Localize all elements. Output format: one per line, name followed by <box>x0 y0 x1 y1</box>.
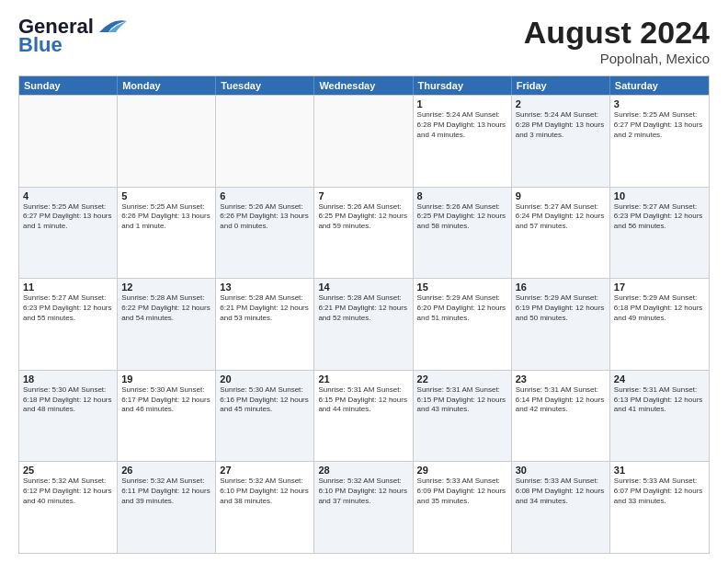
cal-cell-0-1 <box>118 96 216 187</box>
cal-header-friday: Friday <box>512 76 610 95</box>
cell-info: Sunrise: 5:31 AM Sunset: 6:15 PM Dayligh… <box>318 385 408 415</box>
cell-info: Sunrise: 5:30 AM Sunset: 6:17 PM Dayligh… <box>121 385 211 415</box>
cal-cell-1-0: 4Sunrise: 5:25 AM Sunset: 6:27 PM Daylig… <box>19 188 118 279</box>
cal-cell-0-4: 1Sunrise: 5:24 AM Sunset: 6:28 PM Daylig… <box>414 96 512 187</box>
cell-info: Sunrise: 5:32 AM Sunset: 6:12 PM Dayligh… <box>23 477 113 506</box>
cal-cell-0-6: 3Sunrise: 5:25 AM Sunset: 6:27 PM Daylig… <box>610 96 709 187</box>
cal-cell-2-6: 17Sunrise: 5:29 AM Sunset: 6:18 PM Dayli… <box>610 279 709 370</box>
day-number: 28 <box>318 465 408 476</box>
cal-cell-0-2 <box>216 96 314 187</box>
cal-cell-4-4: 29Sunrise: 5:33 AM Sunset: 6:09 PM Dayli… <box>414 462 512 553</box>
day-number: 3 <box>614 98 705 109</box>
cell-info: Sunrise: 5:33 AM Sunset: 6:08 PM Dayligh… <box>516 477 606 506</box>
day-number: 12 <box>121 282 211 293</box>
cal-header-wednesday: Wednesday <box>314 76 413 95</box>
logo-blue-text: Blue <box>18 33 63 57</box>
cell-info: Sunrise: 5:30 AM Sunset: 6:16 PM Dayligh… <box>220 385 310 415</box>
title-block: August 2024 Popolnah, Mexico <box>524 15 710 66</box>
cell-info: Sunrise: 5:27 AM Sunset: 6:23 PM Dayligh… <box>23 293 113 323</box>
cal-cell-3-5: 23Sunrise: 5:31 AM Sunset: 6:14 PM Dayli… <box>512 371 610 462</box>
cal-cell-4-6: 31Sunrise: 5:33 AM Sunset: 6:07 PM Dayli… <box>610 462 709 553</box>
cal-cell-4-5: 30Sunrise: 5:33 AM Sunset: 6:08 PM Dayli… <box>512 462 610 553</box>
cal-cell-2-2: 13Sunrise: 5:28 AM Sunset: 6:21 PM Dayli… <box>216 279 314 370</box>
page: General Blue August 2024 Popolnah, Mexic… <box>0 0 728 563</box>
cell-info: Sunrise: 5:28 AM Sunset: 6:21 PM Dayligh… <box>220 293 310 323</box>
day-number: 13 <box>220 282 310 293</box>
day-number: 30 <box>516 465 606 476</box>
day-number: 25 <box>23 465 113 476</box>
day-number: 16 <box>516 282 606 293</box>
cell-info: Sunrise: 5:31 AM Sunset: 6:15 PM Dayligh… <box>417 385 507 415</box>
cell-info: Sunrise: 5:28 AM Sunset: 6:22 PM Dayligh… <box>121 293 211 323</box>
cal-cell-4-0: 25Sunrise: 5:32 AM Sunset: 6:12 PM Dayli… <box>19 462 118 553</box>
day-number: 20 <box>220 373 310 385</box>
day-number: 18 <box>23 373 113 385</box>
logo-wing-icon <box>96 16 129 36</box>
day-number: 11 <box>23 282 113 293</box>
cal-cell-1-1: 5Sunrise: 5:25 AM Sunset: 6:26 PM Daylig… <box>118 188 216 279</box>
cell-info: Sunrise: 5:27 AM Sunset: 6:24 PM Dayligh… <box>516 202 606 232</box>
day-number: 24 <box>614 373 705 385</box>
cell-info: Sunrise: 5:30 AM Sunset: 6:18 PM Dayligh… <box>23 385 113 415</box>
cal-cell-3-2: 20Sunrise: 5:30 AM Sunset: 6:16 PM Dayli… <box>216 371 314 462</box>
cal-cell-3-0: 18Sunrise: 5:30 AM Sunset: 6:18 PM Dayli… <box>19 371 118 462</box>
logo: General Blue <box>18 15 129 57</box>
cal-cell-1-5: 9Sunrise: 5:27 AM Sunset: 6:24 PM Daylig… <box>512 188 610 279</box>
day-number: 23 <box>516 373 606 385</box>
cal-row-2: 11Sunrise: 5:27 AM Sunset: 6:23 PM Dayli… <box>19 278 709 370</box>
location: Popolnah, Mexico <box>524 51 710 66</box>
cell-info: Sunrise: 5:31 AM Sunset: 6:14 PM Dayligh… <box>516 385 606 415</box>
cell-info: Sunrise: 5:24 AM Sunset: 6:28 PM Dayligh… <box>417 110 507 140</box>
cell-info: Sunrise: 5:25 AM Sunset: 6:27 PM Dayligh… <box>23 202 113 232</box>
cal-cell-0-0 <box>19 96 118 187</box>
cell-info: Sunrise: 5:29 AM Sunset: 6:20 PM Dayligh… <box>417 293 507 323</box>
cell-info: Sunrise: 5:26 AM Sunset: 6:25 PM Dayligh… <box>318 202 408 232</box>
cal-cell-0-5: 2Sunrise: 5:24 AM Sunset: 6:28 PM Daylig… <box>512 96 610 187</box>
day-number: 2 <box>516 98 606 109</box>
calendar-header-row: SundayMondayTuesdayWednesdayThursdayFrid… <box>19 76 709 95</box>
cal-row-4: 25Sunrise: 5:32 AM Sunset: 6:12 PM Dayli… <box>19 461 709 553</box>
day-number: 26 <box>121 465 211 476</box>
cal-cell-0-3 <box>314 96 413 187</box>
day-number: 5 <box>121 190 211 201</box>
cal-row-1: 4Sunrise: 5:25 AM Sunset: 6:27 PM Daylig… <box>19 187 709 279</box>
cell-info: Sunrise: 5:26 AM Sunset: 6:26 PM Dayligh… <box>220 202 310 232</box>
cal-row-3: 18Sunrise: 5:30 AM Sunset: 6:18 PM Dayli… <box>19 370 709 462</box>
cal-cell-4-3: 28Sunrise: 5:32 AM Sunset: 6:10 PM Dayli… <box>314 462 413 553</box>
cal-header-sunday: Sunday <box>19 76 118 95</box>
cal-cell-1-4: 8Sunrise: 5:26 AM Sunset: 6:25 PM Daylig… <box>414 188 512 279</box>
cal-header-thursday: Thursday <box>414 76 512 95</box>
cal-cell-1-3: 7Sunrise: 5:26 AM Sunset: 6:25 PM Daylig… <box>314 188 413 279</box>
day-number: 15 <box>417 282 507 293</box>
cal-cell-4-1: 26Sunrise: 5:32 AM Sunset: 6:11 PM Dayli… <box>118 462 216 553</box>
day-number: 27 <box>220 465 310 476</box>
cal-cell-3-3: 21Sunrise: 5:31 AM Sunset: 6:15 PM Dayli… <box>314 371 413 462</box>
cell-info: Sunrise: 5:25 AM Sunset: 6:26 PM Dayligh… <box>121 202 211 232</box>
day-number: 10 <box>614 190 705 201</box>
calendar: SundayMondayTuesdayWednesdayThursdayFrid… <box>18 75 710 554</box>
cal-cell-4-2: 27Sunrise: 5:32 AM Sunset: 6:10 PM Dayli… <box>216 462 314 553</box>
day-number: 17 <box>614 282 705 293</box>
calendar-body: 1Sunrise: 5:24 AM Sunset: 6:28 PM Daylig… <box>19 95 709 553</box>
day-number: 6 <box>220 190 310 201</box>
cal-cell-2-1: 12Sunrise: 5:28 AM Sunset: 6:22 PM Dayli… <box>118 279 216 370</box>
cal-cell-2-5: 16Sunrise: 5:29 AM Sunset: 6:19 PM Dayli… <box>512 279 610 370</box>
cell-info: Sunrise: 5:33 AM Sunset: 6:07 PM Dayligh… <box>614 477 705 506</box>
cell-info: Sunrise: 5:28 AM Sunset: 6:21 PM Dayligh… <box>318 293 408 323</box>
month-year: August 2024 <box>524 15 710 51</box>
day-number: 4 <box>23 190 113 201</box>
cell-info: Sunrise: 5:29 AM Sunset: 6:19 PM Dayligh… <box>516 293 606 323</box>
day-number: 7 <box>318 190 408 201</box>
day-number: 22 <box>417 373 507 385</box>
day-number: 31 <box>614 465 705 476</box>
cal-header-tuesday: Tuesday <box>216 76 314 95</box>
cal-header-saturday: Saturday <box>610 76 709 95</box>
cal-cell-1-6: 10Sunrise: 5:27 AM Sunset: 6:23 PM Dayli… <box>610 188 709 279</box>
cell-info: Sunrise: 5:32 AM Sunset: 6:10 PM Dayligh… <box>318 477 408 506</box>
day-number: 8 <box>417 190 507 201</box>
cell-info: Sunrise: 5:31 AM Sunset: 6:13 PM Dayligh… <box>614 385 705 415</box>
cell-info: Sunrise: 5:27 AM Sunset: 6:23 PM Dayligh… <box>614 202 705 232</box>
day-number: 9 <box>516 190 606 201</box>
cell-info: Sunrise: 5:24 AM Sunset: 6:28 PM Dayligh… <box>516 110 606 140</box>
cell-info: Sunrise: 5:32 AM Sunset: 6:10 PM Dayligh… <box>220 477 310 506</box>
